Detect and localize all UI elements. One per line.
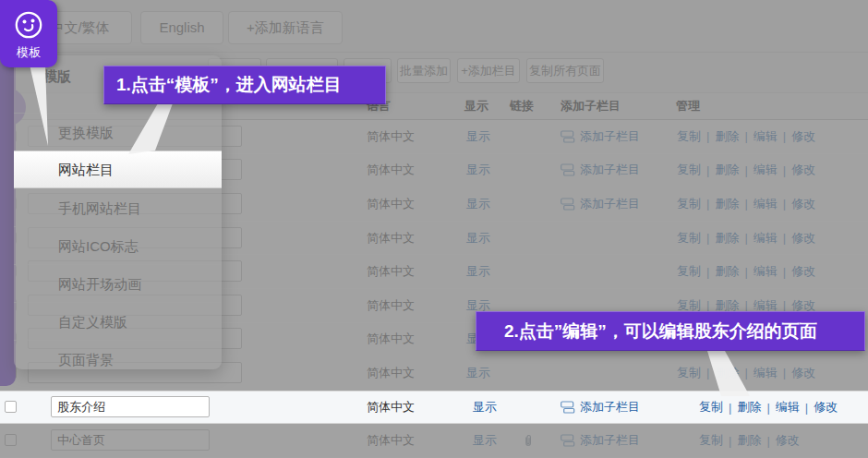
show-link[interactable]: 显示 [473,424,497,457]
edit-link[interactable]: 编辑 [753,196,778,212]
language-cell: 简体中文 [367,222,415,255]
tabbar-divider [0,52,868,53]
language-cell: 简体中文 [367,154,415,187]
tab-add-language[interactable]: +添加新语言 [228,11,343,44]
edit-link[interactable]: 编辑 [776,399,800,416]
edit-link[interactable]: 编辑 [753,162,778,178]
menu-item-4[interactable]: 网站开场动画 [14,264,222,302]
show-link[interactable]: 显示 [466,356,490,390]
edit-link[interactable]: 编辑 [753,365,778,381]
manage-separator: | [706,366,709,380]
manage-separator: | [783,231,786,245]
manage-separator: | [729,434,731,448]
show-link[interactable]: 显示 [473,392,497,424]
edit-link[interactable]: 编辑 [753,263,778,280]
delete-link[interactable]: 删除 [715,263,739,280]
copy-link[interactable]: 复制 [677,196,701,212]
manage-cell: 复制|删除|编辑|修改 [677,356,815,390]
delete-link[interactable]: 删除 [715,162,739,178]
manage-separator: | [766,401,769,415]
page: 中文/繁体 English +添加新语言 批量添加 +添加栏目 复制所有页面 语… [0,0,868,458]
add-subcolumn-link[interactable]: 添加子栏目 [561,187,640,221]
header-add-subcolumn: 添加子栏目 [561,93,621,119]
modify-link[interactable]: 修改 [791,128,815,145]
delete-link[interactable]: 删除 [715,365,739,381]
modify-link[interactable]: 修改 [791,365,815,381]
template-logo-icon [13,9,44,41]
edit-link[interactable]: 编辑 [753,230,778,247]
copy-link[interactable]: 复制 [677,230,701,247]
copy-all-pages-button[interactable]: 复制所有页面 [526,58,604,83]
language-cell: 简体中文 [367,356,415,390]
copy-link[interactable]: 复制 [677,263,701,280]
add-subcolumn-link[interactable]: 添加子栏目 [561,120,640,153]
modify-link[interactable]: 修改 [776,432,800,449]
copy-link[interactable]: 复制 [677,128,701,145]
column-name-input[interactable] [51,396,210,417]
add-column-button[interactable]: +添加栏目 [457,58,520,83]
header-manage: 管理 [676,93,700,119]
add-subcolumn-link[interactable]: 添加子栏目 [561,154,640,187]
manage-separator: | [744,129,747,143]
delete-link[interactable]: 删除 [737,399,761,416]
manage-separator: | [783,129,786,143]
manage-separator: | [706,197,709,211]
manage-separator: | [706,265,709,279]
menu-item-site-columns-selected[interactable]: 网站栏目 [14,151,222,188]
manage-separator: | [783,197,786,211]
link-paperclip-icon [523,424,534,457]
language-cell: 简体中文 [367,187,415,221]
show-link[interactable]: 显示 [466,255,490,288]
copy-link[interactable]: 复制 [677,365,701,381]
modify-link[interactable]: 修改 [814,399,838,416]
manage-cell: 复制|删除|编辑|修改 [677,222,815,255]
modify-link[interactable]: 修改 [791,162,815,178]
callout-step2: 2.点击”编辑”，可以编辑股东介绍的页面 [476,311,865,351]
modify-link[interactable]: 修改 [791,196,815,212]
language-cell: 简体中文 [367,424,415,457]
modify-link[interactable]: 修改 [791,263,815,280]
edit-link[interactable]: 编辑 [753,128,778,145]
template-badge-label: 模板 [0,44,57,61]
delete-link[interactable]: 删除 [715,196,739,212]
table-row: 简体中文显示添加子栏目复制|删除|修改 [0,424,868,458]
show-link[interactable]: 显示 [466,154,490,187]
add-subcolumn-link[interactable]: 添加子栏目 [561,392,640,424]
add-subcolumn-link[interactable]: 添加子栏目 [561,424,640,457]
delete-link[interactable]: 删除 [715,230,739,247]
menu-item-3[interactable]: 网站ICO标志 [14,226,222,264]
table-row: 简体中文显示添加子栏目复制|删除|编辑|修改 [0,391,868,425]
menu-item-2[interactable]: 手机网站栏目 [14,188,222,226]
copy-link[interactable]: 复制 [699,399,723,416]
row-checkbox[interactable] [5,401,17,413]
column-name-input[interactable] [51,429,210,451]
show-link[interactable]: 显示 [466,222,490,255]
manage-separator: | [744,197,747,211]
manage-cell: 复制|删除|编辑|修改 [677,120,815,153]
menu-item-5[interactable]: 自定义模版 [14,302,222,340]
modify-link[interactable]: 修改 [791,230,815,247]
language-cell: 简体中文 [367,289,415,322]
add-subcolumn-label: 添加子栏目 [580,399,640,416]
manage-separator: | [706,231,709,245]
copy-link[interactable]: 复制 [699,432,723,449]
manage-cell: 复制|删除|修改 [699,424,800,457]
delete-link[interactable]: 删除 [715,128,739,145]
template-badge-button[interactable]: 模板 [0,0,57,67]
manage-cell: 复制|删除|编辑|修改 [677,154,815,187]
language-cell: 简体中文 [367,255,415,288]
menu-item-6[interactable]: 页面背景 [14,340,222,369]
show-link[interactable]: 显示 [466,187,490,221]
menu-title: 模版 [43,68,71,86]
menu-item-0[interactable]: 更换模版 [14,113,222,151]
copy-link[interactable]: 复制 [677,162,701,178]
delete-link[interactable]: 删除 [737,432,761,449]
add-subcolumn-label: 添加子栏目 [580,162,640,178]
language-cell: 简体中文 [367,120,415,153]
row-checkbox[interactable] [5,434,17,446]
manage-separator: | [744,163,747,177]
batch-add-button[interactable]: 批量添加 [397,58,451,83]
show-link[interactable]: 显示 [466,120,490,153]
tab-english[interactable]: English [140,11,223,44]
manage-separator: | [783,265,786,279]
